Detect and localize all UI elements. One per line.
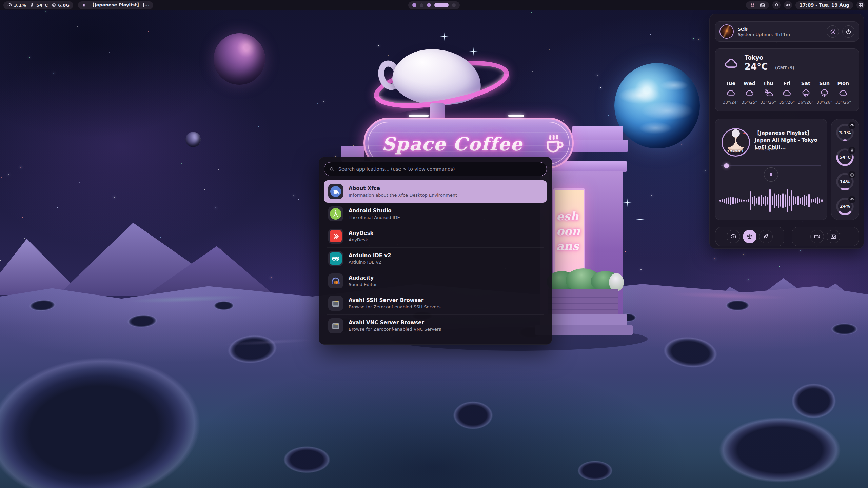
purple-planet <box>214 33 265 85</box>
forecast-day-thu: Thu33°/26° <box>760 81 777 108</box>
app-icon <box>328 273 343 288</box>
screen-record-button[interactable] <box>810 230 824 243</box>
visualizer-bar <box>732 197 733 204</box>
workspace-dot-5[interactable] <box>452 3 456 7</box>
visualizer-bar <box>722 199 723 202</box>
visualizer-bar <box>741 199 742 202</box>
media-player-card: TOKYO L 【Japanese Playlist】 Japan All Ni… <box>715 119 827 220</box>
cpu-value: 3.1% <box>14 3 26 8</box>
forecast-day-label: Sun <box>819 81 830 86</box>
thermometer-icon <box>29 3 35 8</box>
app-list: About XfceInformation about the Xfce Des… <box>319 180 552 337</box>
app-subtitle: Browse for Zeroconf-enabled SSH Servers <box>349 304 441 310</box>
app-item-arduino-ide-v2[interactable]: Arduino IDE v2Arduino IDE v2 <box>324 247 547 270</box>
app-title: About Xfce <box>349 185 457 191</box>
search-input[interactable] <box>338 166 542 172</box>
sign-light <box>409 115 429 117</box>
app-icon <box>328 206 343 221</box>
performance-profile-button[interactable] <box>727 230 740 243</box>
avatar[interactable] <box>719 24 734 39</box>
crater <box>215 329 290 376</box>
search-box[interactable] <box>324 162 547 176</box>
star-sparkle <box>636 215 645 224</box>
clock-label: 17:09 - Tue, 19 Aug <box>799 2 849 8</box>
forecast-day-wed: Wed35°/25° <box>741 81 758 108</box>
play-pause-button[interactable] <box>764 167 778 182</box>
visualizer-bar <box>730 197 731 205</box>
visualizer-bar <box>817 197 818 204</box>
power-button[interactable] <box>842 25 854 38</box>
app-item-about-xfce[interactable]: About XfceInformation about the Xfce Des… <box>324 180 547 203</box>
visualizer-bar <box>761 195 762 206</box>
weather-temp: 24°C <box>745 62 768 72</box>
visualizer-bar <box>811 199 812 203</box>
visualizer-bar <box>763 197 764 204</box>
tray-pill <box>746 1 769 9</box>
app-title: AnyDesk <box>349 230 374 236</box>
visualizer-bar <box>787 189 788 212</box>
visualizer-bar <box>750 191 751 210</box>
screenshot-button[interactable] <box>827 230 840 243</box>
app-item-avahi-ssh-server-browser[interactable]: Avahi SSH Server BrowserBrowse for Zeroc… <box>324 292 547 314</box>
progress-track[interactable] <box>721 165 821 166</box>
app-title: Avahi VNC Server Browser <box>349 320 441 326</box>
bell-icon <box>774 3 779 8</box>
app-title: Android Studio <box>349 208 400 214</box>
gauge-disk: 24% <box>835 197 854 216</box>
track-artist: Chill Japan. <box>755 146 778 151</box>
now-playing-pill[interactable]: 【Japanese Playlist】 J... <box>78 1 153 9</box>
app-item-anydesk[interactable]: AnyDeskAnyDesk <box>324 225 547 247</box>
settings-button[interactable] <box>827 25 839 38</box>
visualizer-bar <box>776 195 777 206</box>
visualizer-bar <box>800 198 801 204</box>
workspace-dot-4[interactable] <box>434 3 449 7</box>
crater <box>273 443 341 482</box>
visualizer-bar <box>743 200 744 202</box>
forecast-temps: 35°/25° <box>742 100 757 105</box>
rain-icon <box>801 88 810 98</box>
forecast-temps: 35°/26° <box>779 100 795 105</box>
volume-button[interactable] <box>784 1 792 9</box>
crater <box>720 299 755 314</box>
crater <box>649 330 731 382</box>
video-icon <box>814 233 821 240</box>
wallpaper-icon[interactable] <box>760 2 765 8</box>
grid-icon <box>858 3 863 8</box>
pet-icon[interactable] <box>750 2 755 8</box>
visualizer-bar <box>752 197 753 204</box>
app-item-android-studio[interactable]: Android StudioThe official Android IDE <box>324 203 547 225</box>
forecast-temps: 36°/26° <box>798 100 814 105</box>
visualizer-bar <box>739 199 740 202</box>
overview-button[interactable] <box>856 1 865 9</box>
workspace-dot-3[interactable] <box>427 3 431 7</box>
progress-knob[interactable] <box>724 163 729 168</box>
visualizer-bar <box>789 196 790 206</box>
cloud-icon <box>782 88 791 98</box>
system-stats-pill[interactable]: 3.1% 54°C 6.8G <box>3 1 73 9</box>
workspace-dot-2[interactable] <box>420 3 423 7</box>
balanced-profile-button[interactable] <box>743 230 756 243</box>
visualizer-bar <box>774 193 775 208</box>
star-sparkle <box>185 154 194 162</box>
visualizer-bar <box>769 189 770 212</box>
app-icon <box>328 184 343 199</box>
gauge-chip: 14% <box>835 172 854 191</box>
workspace-dot-1[interactable] <box>412 3 416 7</box>
star-sparkle <box>623 198 632 207</box>
app-item-avahi-vnc-server-browser[interactable]: Avahi VNC Server BrowserBrowse for Zeroc… <box>324 314 547 337</box>
app-item-audacity[interactable]: AudacitySound Editor <box>324 270 547 292</box>
earth-planet <box>614 63 700 148</box>
speaker-icon <box>786 3 791 8</box>
forecast-day-sat: Sat36°/26° <box>797 81 814 108</box>
powersave-profile-button[interactable] <box>759 230 773 243</box>
visualizer-bar <box>756 198 757 204</box>
clock[interactable]: 17:09 - Tue, 19 Aug <box>795 1 853 9</box>
window-neon-text: ans <box>555 240 584 252</box>
now-playing-label: 【Japanese Playlist】 J... <box>90 2 150 8</box>
notifications-button[interactable] <box>772 1 781 9</box>
visualizer-bar <box>719 200 721 202</box>
crater <box>22 297 62 316</box>
visualizer-bar <box>813 199 814 202</box>
visualizer-bar <box>815 198 816 203</box>
thermometer-icon <box>848 147 855 154</box>
